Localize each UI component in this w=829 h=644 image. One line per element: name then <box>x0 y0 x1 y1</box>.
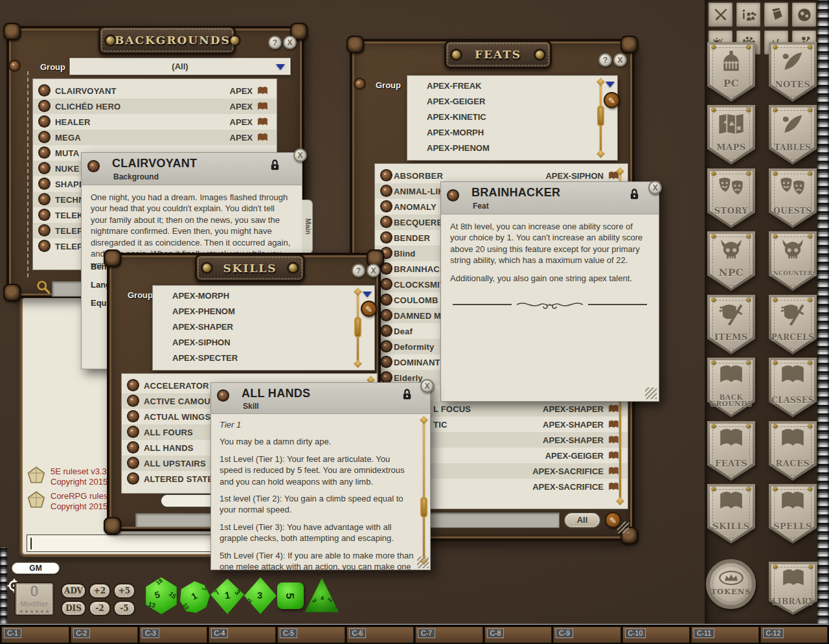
record-stud[interactable] <box>218 391 228 400</box>
sidebar-item-spells[interactable]: SPELLS <box>769 484 817 544</box>
sidebar-item-races[interactable]: RACES <box>769 421 817 481</box>
popup-header[interactable]: BRAINHACKER Feat <box>441 182 659 214</box>
minus2-button[interactable]: -2 <box>89 601 111 616</box>
tab-main[interactable]: Main <box>302 200 313 254</box>
book-icon[interactable] <box>608 435 619 445</box>
die-d12[interactable]: 1 10 7 <box>179 581 210 613</box>
hotkey-tab[interactable]: C-10 <box>622 627 690 643</box>
book-icon[interactable] <box>257 86 268 96</box>
sidebar-item-tokens[interactable]: TOKENS <box>706 559 756 609</box>
open-entry-stud[interactable] <box>381 217 391 227</box>
dropdown-option[interactable]: APEX-SHAPER <box>153 319 374 335</box>
help-button[interactable]: ? <box>598 53 612 67</box>
sidebar-item-parcels[interactable]: PARCELS <box>769 295 817 354</box>
open-entry-stud[interactable] <box>381 326 391 336</box>
open-entry-stud[interactable] <box>128 396 138 406</box>
dropdown-scrollbar[interactable] <box>357 292 359 363</box>
open-entry-stud[interactable] <box>128 411 138 421</box>
sidebar-item-backgrounds[interactable]: BACK GROUNDS <box>707 358 755 417</box>
open-entry-stud[interactable] <box>40 101 49 111</box>
dropdown-option[interactable]: APEX-SIPHON <box>153 335 374 351</box>
dropdown-option[interactable]: APEX-SPECTER <box>153 351 374 366</box>
popup-header[interactable]: ALL HANDS Skill <box>211 383 430 414</box>
combat-tracker-button[interactable] <box>707 1 734 28</box>
sidebar-item-feats[interactable]: FEATS <box>707 421 755 481</box>
die-d4[interactable]: 4 3 2 <box>305 578 339 614</box>
chevron-down-icon[interactable] <box>606 82 615 87</box>
book-icon[interactable] <box>608 420 619 430</box>
die-d10[interactable]: 1 7 3 <box>210 579 244 614</box>
open-entry-stud[interactable] <box>40 132 49 142</box>
dropdown-option[interactable]: APEX-MORPH <box>407 125 617 141</box>
open-entry-stud[interactable] <box>40 86 49 95</box>
chevron-down-icon[interactable] <box>276 64 285 70</box>
open-entry-stud[interactable] <box>381 186 391 196</box>
book-icon[interactable] <box>608 404 619 414</box>
open-entry-stud[interactable] <box>128 427 138 437</box>
hotkey-tab[interactable]: C-7 <box>415 627 483 643</box>
close-button[interactable]: X <box>613 53 627 67</box>
die-d8[interactable]: 3 2 <box>244 577 277 614</box>
book-icon[interactable] <box>257 133 268 143</box>
open-entry-stud[interactable] <box>381 201 391 211</box>
open-entry-stud[interactable] <box>381 373 391 382</box>
book-icon[interactable] <box>608 482 619 492</box>
sidebar-item-story[interactable]: STORY <box>707 168 755 228</box>
close-button[interactable]: X <box>293 148 307 162</box>
popup-scrollbar[interactable] <box>423 420 425 560</box>
open-entry-stud[interactable] <box>381 310 391 320</box>
help-button[interactable]: ? <box>268 36 282 49</box>
category-all-button[interactable]: All <box>563 512 601 529</box>
open-entry-stud[interactable] <box>40 194 49 204</box>
open-entry-stud[interactable] <box>128 458 138 468</box>
resize-handle[interactable] <box>417 557 429 568</box>
list-item[interactable]: CLICHÉD HEROAPEX <box>33 98 277 114</box>
book-icon[interactable] <box>257 102 268 111</box>
list-item[interactable]: HEALERAPEX <box>33 114 277 130</box>
dropdown-option[interactable]: APEX-GEIGER <box>407 94 617 109</box>
sidebar-item-maps[interactable]: MAPS <box>707 105 755 165</box>
close-button[interactable]: X <box>648 181 662 194</box>
dropdown-option[interactable]: APEX-MORPH <box>153 288 374 304</box>
chat-speaker-button[interactable]: GM <box>12 562 60 574</box>
book-icon[interactable] <box>257 117 268 127</box>
dropdown-scrollbar[interactable] <box>600 82 602 154</box>
popup-header[interactable]: CLAIRVOYANT Background <box>82 153 302 185</box>
hotkey-tab[interactable]: C-11 <box>691 627 759 643</box>
edit-pencil-button[interactable]: ✎ <box>605 512 621 528</box>
edit-pencil-button[interactable]: ✎ <box>361 301 377 317</box>
lock-icon[interactable] <box>270 159 280 171</box>
sidebar-item-items[interactable]: ITEMS <box>707 295 755 354</box>
open-entry-stud[interactable] <box>40 117 49 126</box>
record-stud[interactable] <box>89 161 98 171</box>
dropdown-option[interactable]: APEX-KINETIC <box>407 109 617 125</box>
hotkey-tab[interactable]: C-12 <box>760 627 828 643</box>
window-title-plaque[interactable]: FEATS <box>444 40 552 69</box>
resize-handle[interactable] <box>645 387 657 399</box>
open-entry-stud[interactable] <box>381 279 391 289</box>
close-button[interactable]: X <box>367 264 380 277</box>
open-entry-stud[interactable] <box>40 241 49 251</box>
open-entry-stud[interactable] <box>40 148 49 157</box>
minus5-button[interactable]: -5 <box>113 601 135 616</box>
hotkey-tab[interactable]: C-1 <box>1 627 69 643</box>
hotkey-tab[interactable]: C-6 <box>346 627 414 643</box>
sidebar-item-library[interactable]: LIBRARY <box>769 562 817 615</box>
lock-icon[interactable] <box>402 388 412 400</box>
sidebar-item-encounters[interactable]: ENCOUNTERS <box>769 231 817 291</box>
list-item[interactable]: CLAIRVOYANTAPEX <box>33 83 277 98</box>
help-button[interactable]: ? <box>352 264 365 277</box>
scrollbar-handle[interactable] <box>420 497 427 518</box>
sidebar-item-tables[interactable]: TABLES <box>769 105 817 165</box>
sidebar-item-notes[interactable]: NOTES <box>769 42 817 102</box>
open-entry-stud[interactable] <box>381 170 391 180</box>
die-d6[interactable]: 5 <box>277 582 304 609</box>
frame-stud[interactable] <box>10 61 19 71</box>
scrollbar-handle[interactable] <box>354 317 361 338</box>
hotkey-tab[interactable]: C-8 <box>484 627 552 643</box>
adv-button[interactable]: ADV <box>61 583 86 599</box>
pouch-button[interactable] <box>763 1 789 28</box>
hotkey-tab[interactable]: C-9 <box>553 627 621 643</box>
open-entry-stud[interactable] <box>381 341 391 351</box>
hotkey-tab[interactable]: C-5 <box>277 627 345 643</box>
